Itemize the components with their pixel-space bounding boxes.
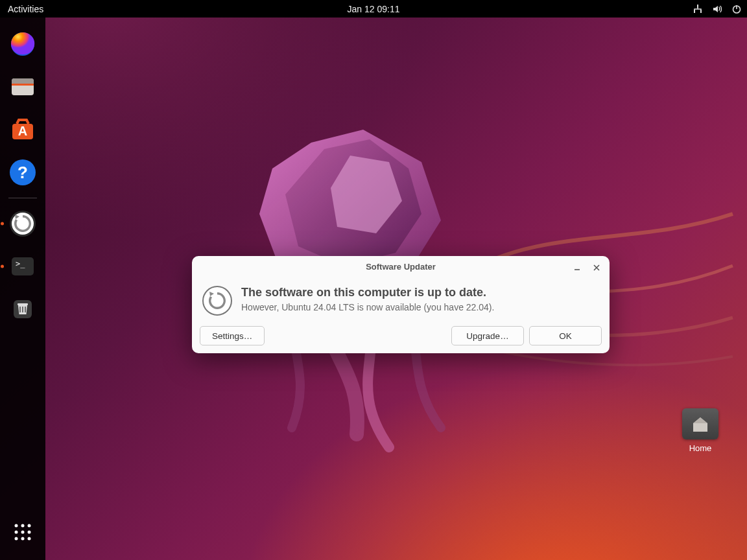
desktop-icon-label: Home — [680, 443, 721, 453]
svg-point-22 — [15, 531, 18, 534]
svg-text:>_: >_ — [16, 259, 25, 268]
dialog-subtext: However, Ubuntu 24.04 LTS is now availab… — [241, 302, 494, 312]
network-icon[interactable] — [693, 4, 703, 14]
desktop-icon-home[interactable]: Home — [680, 408, 721, 453]
upgrade-button[interactable]: Upgrade… — [451, 326, 524, 345]
svg-marker-30 — [331, 156, 402, 233]
close-button[interactable] — [590, 261, 603, 274]
system-tray — [693, 4, 742, 14]
svg-rect-18 — [18, 303, 28, 305]
svg-point-21 — [28, 524, 31, 528]
dock-app-software-updater[interactable] — [6, 207, 39, 240]
svg-point-24 — [28, 531, 31, 534]
dock-app-files[interactable] — [6, 71, 39, 103]
svg-marker-29 — [285, 139, 421, 266]
software-updater-dialog: Software Updater The software on this co… — [192, 256, 610, 353]
dock-app-software-center[interactable]: A — [6, 113, 39, 146]
svg-point-27 — [28, 537, 31, 541]
svg-text:?: ? — [18, 163, 28, 182]
svg-text:A: A — [18, 124, 27, 138]
dialog-titlebar[interactable]: Software Updater — [192, 256, 610, 278]
software-updater-icon — [202, 286, 232, 316]
clock[interactable]: Jan 12 09:11 — [348, 4, 400, 14]
svg-point-19 — [15, 524, 18, 528]
activities-button[interactable]: Activities — [0, 4, 51, 14]
settings-button[interactable]: Settings… — [200, 326, 265, 345]
show-applications-button[interactable] — [6, 516, 39, 548]
dock-app-help[interactable]: ? — [6, 156, 39, 189]
home-folder-icon — [682, 408, 718, 439]
svg-point-26 — [21, 537, 25, 541]
dialog-heading: The software on this computer is up to d… — [241, 286, 494, 299]
dock: A ? >_ — [0, 18, 45, 560]
svg-point-25 — [15, 537, 18, 541]
svg-point-20 — [21, 524, 25, 528]
dock-app-trash[interactable] — [6, 293, 39, 325]
svg-rect-8 — [12, 84, 34, 86]
power-icon[interactable] — [731, 4, 742, 14]
svg-point-23 — [21, 531, 25, 534]
dock-app-firefox[interactable] — [6, 28, 39, 60]
volume-icon[interactable] — [712, 4, 722, 14]
dock-separator — [8, 198, 37, 198]
ok-button[interactable]: OK — [529, 326, 602, 345]
dock-app-terminal[interactable]: >_ — [6, 250, 39, 283]
minimize-button[interactable] — [571, 261, 584, 274]
top-bar: Activities Jan 12 09:11 — [0, 0, 747, 18]
dialog-title: Software Updater — [366, 262, 436, 272]
